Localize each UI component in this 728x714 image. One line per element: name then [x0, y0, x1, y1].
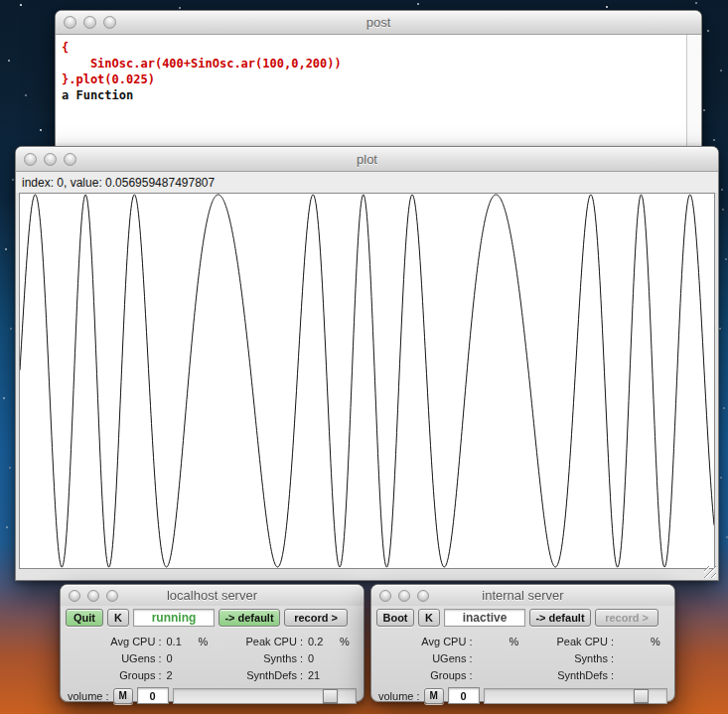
- stat-suffix: %: [340, 636, 354, 647]
- stat-value: 2: [162, 669, 199, 681]
- plot-window: plot index: 0, value: 0.056959487497807: [15, 146, 719, 581]
- volume-numbox[interactable]: 0: [448, 687, 480, 704]
- plot-window-title: plot: [357, 152, 377, 167]
- close-button[interactable]: [379, 590, 391, 602]
- volume-label: volume :: [68, 690, 109, 702]
- boot-button[interactable]: Boot: [376, 609, 414, 627]
- stat-label: SynthDefs :: [213, 669, 304, 681]
- desktop: post { SinOsc.ar(400+SinOsc.ar(100,0,200…: [0, 0, 728, 714]
- kill-button[interactable]: K: [418, 609, 440, 627]
- result-line: a Function: [62, 88, 133, 102]
- stat-value: 0: [303, 652, 340, 664]
- stat-label: UGens :: [71, 652, 162, 664]
- stat-value: 0.1: [162, 636, 199, 647]
- plot-index-value-readout: index: 0, value: 0.056959487497807: [16, 172, 718, 193]
- server-stats: Avg CPU :% Peak CPU :% UGens : Synths : …: [371, 628, 674, 683]
- make-default-button[interactable]: -> default: [529, 609, 591, 627]
- stat-value: 0.2: [303, 636, 340, 647]
- stat-label: Synths :: [523, 652, 615, 664]
- localhost-titlebar[interactable]: localhost server: [61, 585, 364, 606]
- close-button[interactable]: [69, 590, 80, 602]
- volume-numbox[interactable]: 0: [137, 687, 169, 704]
- stat-label: UGens :: [381, 652, 473, 664]
- kill-button[interactable]: K: [107, 609, 129, 627]
- stat-label: Synths :: [213, 652, 304, 664]
- volume-label: volume :: [378, 690, 420, 702]
- stat-value: 0: [162, 652, 199, 664]
- internal-window-title: internal server: [482, 588, 563, 603]
- zoom-button[interactable]: [64, 153, 76, 166]
- stat-suffix: %: [510, 636, 523, 647]
- code-line: {: [62, 41, 69, 55]
- code-line: }.plot(0.025): [62, 72, 155, 86]
- volume-slider[interactable]: [173, 688, 357, 704]
- zoom-button[interactable]: [103, 16, 116, 29]
- quit-button[interactable]: Quit: [66, 609, 103, 627]
- record-button[interactable]: record >: [284, 609, 348, 627]
- post-code-area[interactable]: { SinOsc.ar(400+SinOsc.ar(100,0,200)) }.…: [56, 35, 686, 161]
- record-button[interactable]: record >: [595, 609, 658, 627]
- stat-label: Groups :: [381, 669, 473, 681]
- server-status: inactive: [444, 609, 525, 627]
- stat-label: Peak CPU :: [523, 636, 615, 647]
- post-scrollbar[interactable]: [686, 35, 701, 161]
- minimize-button[interactable]: [44, 153, 57, 166]
- stat-label: Groups :: [71, 669, 162, 681]
- plot-titlebar[interactable]: plot: [16, 147, 718, 172]
- volume-slider-thumb[interactable]: [323, 689, 338, 703]
- resize-grip-icon[interactable]: [704, 566, 716, 578]
- close-button[interactable]: [24, 153, 37, 166]
- zoom-button[interactable]: [106, 590, 118, 602]
- minimize-button[interactable]: [398, 590, 410, 602]
- make-default-button[interactable]: -> default: [218, 609, 280, 627]
- mute-button[interactable]: M: [113, 688, 133, 704]
- stat-suffix: %: [199, 636, 213, 647]
- stat-label: Peak CPU :: [213, 636, 304, 647]
- stat-label: SynthDefs :: [523, 669, 615, 681]
- server-stats: Avg CPU :0.1% Peak CPU :0.2% UGens :0 Sy…: [61, 628, 364, 683]
- post-window: post { SinOsc.ar(400+SinOsc.ar(100,0,200…: [55, 10, 702, 161]
- stat-suffix: %: [651, 636, 664, 647]
- zoom-button[interactable]: [417, 590, 429, 602]
- stat-value: 21: [303, 669, 340, 681]
- close-button[interactable]: [64, 16, 76, 29]
- plot-canvas[interactable]: [19, 193, 715, 569]
- stat-label: Avg CPU :: [71, 636, 162, 647]
- volume-slider[interactable]: [484, 688, 667, 704]
- minimize-button[interactable]: [87, 590, 99, 602]
- stat-label: Avg CPU :: [381, 636, 473, 647]
- post-window-title: post: [366, 15, 391, 30]
- minimize-button[interactable]: [83, 16, 96, 29]
- mute-button[interactable]: M: [424, 688, 444, 704]
- localhost-window-title: localhost server: [167, 588, 257, 603]
- starfield: [0, 0, 2, 2]
- post-content: { SinOsc.ar(400+SinOsc.ar(100,0,200)) }.…: [56, 35, 701, 161]
- internal-server-window: internal server Boot K inactive -> defau…: [370, 584, 675, 702]
- post-titlebar[interactable]: post: [56, 11, 701, 35]
- server-status: running: [133, 609, 215, 627]
- internal-titlebar[interactable]: internal server: [371, 585, 674, 606]
- code-line: SinOsc.ar(400+SinOsc.ar(100,0,200)): [62, 57, 342, 71]
- volume-slider-thumb[interactable]: [634, 689, 649, 703]
- localhost-server-window: localhost server Quit K running -> defau…: [60, 584, 364, 702]
